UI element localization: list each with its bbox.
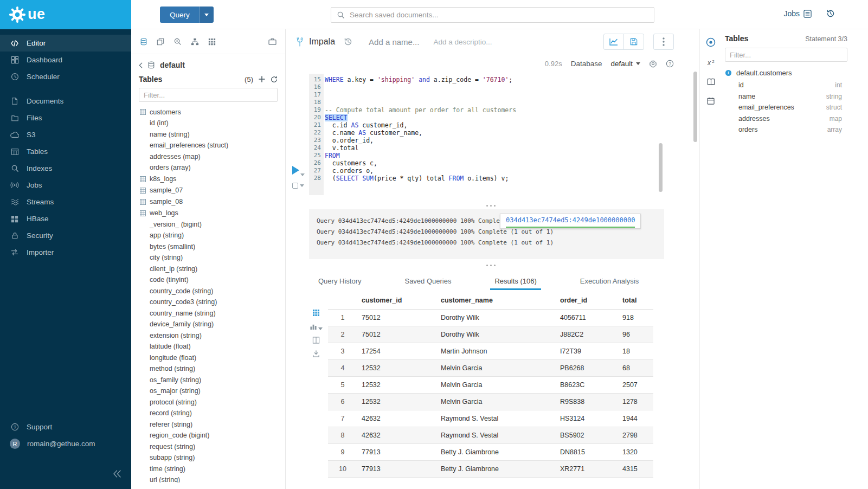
query-description-field[interactable]: Add a descriptio...: [433, 38, 492, 46]
help-icon[interactable]: ?: [666, 60, 674, 68]
table-entry[interactable]: customers: [131, 106, 285, 118]
column-entry[interactable]: app (string): [131, 230, 285, 241]
sidebar-item-s3[interactable]: S3: [0, 126, 131, 143]
table-entry[interactable]: sample_08: [131, 196, 285, 208]
code-line[interactable]: [325, 91, 672, 99]
results-column-header[interactable]: order_id: [556, 292, 618, 310]
column-entry[interactable]: os_family (string): [131, 375, 285, 386]
table-entry[interactable]: web_logs: [131, 208, 285, 219]
tab-results-106[interactable]: Results (106): [493, 272, 537, 290]
column-entry[interactable]: email_preferences (struct): [131, 140, 285, 151]
column-entry[interactable]: country_code3 (string): [131, 297, 285, 308]
results-column-header[interactable]: total: [618, 292, 653, 310]
schedule-icon[interactable]: [707, 97, 715, 105]
column-entry[interactable]: name (string): [131, 129, 285, 140]
hue-logo[interactable]: ue: [0, 0, 131, 29]
tab-saved-queries[interactable]: Saved Queries: [403, 272, 452, 290]
columns-view-icon[interactable]: [312, 337, 320, 344]
table-tree[interactable]: customersid (int)name (string)email_pref…: [131, 106, 285, 482]
editor-scrollbar-thumb[interactable]: [659, 143, 663, 192]
splitter-top[interactable]: [309, 203, 672, 208]
table-filter-input[interactable]: [144, 91, 273, 99]
zoom-icon[interactable]: [173, 37, 182, 46]
column-row[interactable]: idint: [725, 80, 847, 91]
column-entry[interactable]: code (tinyint): [131, 274, 285, 286]
apps-grid-icon[interactable]: [208, 38, 216, 46]
column-entry[interactable]: device_family (string): [131, 319, 285, 330]
column-row[interactable]: addressesmap: [725, 113, 847, 125]
sidebar-item-support[interactable]: ? Support: [0, 419, 131, 435]
splitter-bottom[interactable]: [309, 262, 672, 268]
current-database[interactable]: default: [160, 61, 185, 69]
code-line[interactable]: v.total: [325, 144, 672, 152]
active-table-row[interactable]: i default.customers: [725, 69, 847, 77]
column-entry[interactable]: id (int): [131, 118, 285, 129]
table-entry[interactable]: sample_07: [131, 185, 285, 196]
code-line[interactable]: FROM: [325, 152, 672, 159]
results-column-header[interactable]: customer_name: [436, 292, 556, 310]
code-line[interactable]: customers c,: [325, 159, 672, 167]
sidebar-item-streams[interactable]: Streams: [0, 194, 131, 210]
add-table-icon[interactable]: [259, 76, 265, 82]
query-logs[interactable]: Query 034d413ec7474ed5:4249de1000000000 …: [309, 209, 664, 259]
statement-options-button[interactable]: [292, 183, 308, 189]
column-entry[interactable]: bytes (smallint): [131, 241, 285, 253]
table-entry[interactable]: k8s_logs: [131, 173, 285, 185]
code-line[interactable]: c.name AS customer_name,: [325, 129, 672, 137]
column-row[interactable]: namestring: [725, 91, 847, 102]
query-name-field[interactable]: Add a name...: [369, 37, 419, 47]
sidebar-item-documents[interactable]: Documents: [0, 93, 131, 110]
documents-source-icon[interactable]: [157, 38, 164, 46]
code-lines[interactable]: WHERE a.key = 'shipping' and a.zip_code …: [325, 74, 672, 182]
code-line[interactable]: [325, 99, 672, 106]
query-history-icon[interactable]: [826, 9, 835, 18]
code-line[interactable]: o.order_id,: [325, 137, 672, 144]
column-entry[interactable]: latitude (float): [131, 341, 285, 352]
download-icon[interactable]: [312, 350, 320, 357]
code-editor[interactable]: 1516171819202122232425262728 WHERE a.key…: [286, 74, 672, 195]
functions-icon[interactable]: x2: [706, 59, 716, 67]
settings-gear-icon[interactable]: [649, 60, 657, 68]
column-row[interactable]: ordersarray: [725, 124, 847, 136]
column-entry[interactable]: url (string): [131, 474, 285, 482]
collapse-sidebar-icon[interactable]: [113, 470, 121, 479]
sql-source-icon[interactable]: [140, 38, 147, 46]
column-entry[interactable]: client_ip (string): [131, 263, 285, 275]
jobs-link[interactable]: Jobs: [783, 9, 812, 18]
query-history-small-icon[interactable]: [344, 37, 352, 46]
column-entry[interactable]: referer (string): [131, 419, 285, 430]
column-entry[interactable]: subapp (string): [131, 452, 285, 464]
sitemap-icon[interactable]: [191, 38, 199, 46]
briefcase-icon[interactable]: [268, 38, 277, 45]
sidebar-item-hbase[interactable]: HBase: [0, 210, 131, 227]
new-query-button[interactable]: Query: [160, 7, 214, 23]
chart-button[interactable]: [603, 34, 624, 50]
code-line[interactable]: -- Compute total amount per order for al…: [325, 106, 672, 114]
tab-query-history[interactable]: Query History: [317, 272, 362, 290]
column-entry[interactable]: request (string): [131, 441, 285, 453]
results-column-header[interactable]: [328, 292, 357, 310]
sidebar-item-jobs[interactable]: Jobs: [0, 177, 131, 194]
execute-options-caret[interactable]: [300, 173, 305, 176]
column-entry[interactable]: protocol (string): [131, 397, 285, 408]
query-id-link[interactable]: 034d413ec7474ed5:4249de1000000000: [506, 215, 635, 228]
query-id-tooltip[interactable]: 034d413ec7474ed5:4249de1000000000: [500, 214, 641, 229]
sidebar-item-security[interactable]: Security: [0, 227, 131, 244]
code-line[interactable]: (SELECT SUM(price * qty) total FROM o.it…: [325, 175, 672, 182]
column-entry[interactable]: _version_ (bigint): [131, 219, 285, 230]
engine-selector[interactable]: Impala: [295, 37, 335, 47]
column-entry[interactable]: city (string): [131, 252, 285, 263]
sidebar-item-indexes[interactable]: Indexes: [0, 160, 131, 177]
column-entry[interactable]: os_major (string): [131, 385, 285, 397]
column-entry[interactable]: time (string): [131, 464, 285, 475]
column-entry[interactable]: extension (string): [131, 330, 285, 342]
right-filter-input[interactable]: [730, 51, 843, 59]
column-entry[interactable]: method (string): [131, 363, 285, 375]
database-select[interactable]: default: [610, 60, 640, 68]
column-entry[interactable]: country_code (string): [131, 286, 285, 297]
grid-view-icon[interactable]: [312, 309, 320, 317]
sidebar-item-user[interactable]: R romain@gethue.com: [0, 435, 131, 452]
language-reference-icon[interactable]: [707, 78, 715, 86]
code-line[interactable]: WHERE a.key = 'shipping' and a.zip_code …: [325, 76, 672, 83]
query-options-caret[interactable]: [200, 7, 214, 23]
